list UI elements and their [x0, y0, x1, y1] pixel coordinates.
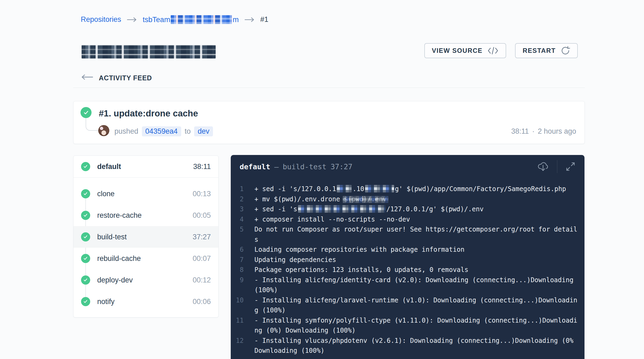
stage-step-notify[interactable]: notify00:06	[74, 291, 218, 312]
step-time: 00:13	[192, 190, 211, 198]
stage-header-default[interactable]: default 38:11	[74, 156, 218, 178]
avatar	[98, 125, 109, 136]
breadcrumb: Repositories tsbTeamm #1	[81, 15, 268, 24]
console-dash: —	[274, 163, 279, 171]
log-line-text: Do not run Composer as root/super user! …	[254, 225, 579, 245]
console-step-name: build-test	[283, 163, 327, 171]
log-line-number: 9	[231, 275, 244, 285]
stage-step-rebuild-cache[interactable]: rebuild-cache00:07	[74, 248, 218, 269]
console-tools	[537, 160, 576, 173]
console-log[interactable]: 1+ sed -i 's/127.0.0.1.10g' $(pwd)/app/C…	[231, 178, 584, 356]
cloud-download-icon[interactable]	[537, 161, 549, 172]
check-circle-icon	[81, 254, 90, 263]
stage-name: default	[97, 163, 193, 171]
restart-icon	[561, 46, 570, 56]
log-line: 9- Installing alicfeng/identity-card (v2…	[231, 275, 579, 295]
log-line-text: - Installing vlucas/phpdotenv (v2.6.1): …	[254, 336, 579, 356]
log-line: 8Package operations: 123 installs, 0 upd…	[231, 265, 579, 275]
log-line-text: Loading composer repositories with packa…	[254, 245, 579, 255]
stage-step-clone[interactable]: clone00:13	[74, 183, 218, 205]
redacted-log-text	[365, 185, 394, 192]
log-line: 11- Installing symfony/polyfill-ctype (v…	[231, 316, 579, 336]
console-header: default — build-test 37:27	[231, 155, 584, 178]
build-summary-card[interactable]: #1. update:drone cache pushed 04359ea4 t…	[73, 101, 585, 144]
header-actions: VIEW SOURCE RESTART	[424, 43, 578, 58]
arrow-right-icon	[127, 17, 137, 23]
breadcrumb-repositories-link[interactable]: Repositories	[81, 15, 121, 24]
log-line-text: - Installing symfony/polyfill-ctype (v1.…	[254, 316, 579, 336]
log-line-text: + sed -i 's/127.0.0.1/g' $(pwd)/.env	[254, 204, 579, 215]
tools-divider	[557, 160, 557, 173]
view-source-label: VIEW SOURCE	[432, 47, 482, 54]
stage-time: 38:11	[193, 163, 211, 171]
repo-name-suffix: m	[233, 16, 239, 24]
stage-step-restore-cache[interactable]: restore-cache00:05	[74, 205, 218, 226]
log-line-text: Updating dependencies	[254, 255, 579, 265]
activity-feed-label: ACTIVITY FEED	[99, 74, 152, 82]
step-label: notify	[97, 298, 192, 306]
check-circle-icon	[80, 107, 92, 118]
log-line-number: 7	[231, 255, 244, 265]
branch-link[interactable]: dev	[194, 126, 213, 136]
check-circle-icon	[81, 162, 90, 171]
check-circle-icon	[81, 232, 90, 241]
action-label: pushed	[114, 127, 138, 136]
arrow-left-icon	[81, 74, 93, 82]
commit-summary: pushed 04359ea4 to dev	[114, 126, 213, 136]
commit-sha-link[interactable]: 04359ea4	[142, 126, 181, 136]
log-line-text: + sed -i 's/127.0.0.1.10g' $(pwd)/app/Co…	[254, 184, 579, 194]
log-line-number: 10	[231, 295, 244, 306]
page-title-redacted	[82, 45, 216, 58]
restart-button[interactable]: RESTART	[515, 43, 578, 58]
breadcrumb-repo-link[interactable]: tsbTeamm	[143, 15, 239, 24]
view-source-button[interactable]: VIEW SOURCE	[424, 43, 506, 58]
build-duration: 38:11	[511, 127, 529, 136]
log-line: 1+ sed -i 's/127.0.0.1.10g' $(pwd)/app/C…	[231, 184, 579, 194]
arrow-right-icon	[244, 17, 255, 23]
step-label: deploy-dev	[97, 276, 192, 284]
step-time: 00:06	[192, 298, 211, 306]
repo-name-prefix: tsbTeam	[143, 16, 170, 24]
restart-label: RESTART	[523, 47, 556, 54]
log-line-text: - Installing alicfeng/identity-card (v2.…	[254, 275, 579, 295]
log-line: 6Loading composer repositories with pack…	[231, 245, 579, 255]
log-line-number: 5	[231, 225, 244, 235]
breadcrumb-build-number: #1	[260, 15, 268, 24]
step-label: clone	[97, 190, 192, 198]
log-line-text: + composer install --no-scripts --no-dev	[254, 215, 579, 225]
to-label: to	[185, 127, 191, 136]
step-label: rebuild-cache	[97, 254, 192, 263]
log-line-text: - Installing alicfeng/laravel-runtime (v…	[254, 295, 579, 316]
log-line-number: 8	[231, 265, 244, 275]
meta-separator: ·	[532, 127, 534, 136]
check-circle-icon	[81, 297, 90, 306]
header-divider	[73, 88, 585, 88]
activity-feed-link[interactable]: ACTIVITY FEED	[81, 74, 152, 82]
step-time: 00:05	[192, 211, 211, 220]
log-line: 3+ sed -i 's/127.0.0.1/g' $(pwd)/.env	[231, 204, 579, 215]
check-circle-icon	[81, 275, 90, 285]
log-line-number: 2	[231, 194, 244, 205]
log-line-number: 4	[231, 215, 244, 225]
stage-step-deploy-dev[interactable]: deploy-dev00:12	[74, 269, 218, 291]
code-icon	[487, 46, 499, 55]
log-line: 2+ mv $(pwd)/.env.drone $(pwd)/.env	[231, 194, 579, 205]
partially-redacted-log-text: $(pwd)/.env	[344, 195, 387, 203]
build-title: #1. update:drone cache	[99, 108, 198, 119]
build-meta: 38:11 · 2 hours ago	[511, 127, 576, 136]
step-label: restore-cache	[97, 211, 192, 220]
log-line-text: Package operations: 123 installs, 0 upda…	[254, 265, 579, 275]
stage-list-card: default 38:11 clone00:13restore-cache00:…	[73, 156, 219, 317]
build-time-ago: 2 hours ago	[538, 127, 576, 136]
log-line: 5Do not run Composer as root/super user!…	[231, 225, 579, 245]
log-line-number: 6	[231, 245, 244, 255]
redacted-log-text	[337, 185, 352, 192]
stage-step-build-test[interactable]: build-test37:27	[74, 226, 218, 248]
log-line: 7Updating dependencies	[231, 255, 579, 265]
console-step-time: 37:27	[331, 163, 352, 171]
redacted-repo-name	[171, 15, 232, 24]
log-line-text: + mv $(pwd)/.env.drone $(pwd)/.env	[254, 194, 579, 205]
expand-icon[interactable]	[565, 161, 576, 172]
log-line-number: 1	[231, 184, 244, 194]
step-time: 00:12	[192, 276, 211, 284]
